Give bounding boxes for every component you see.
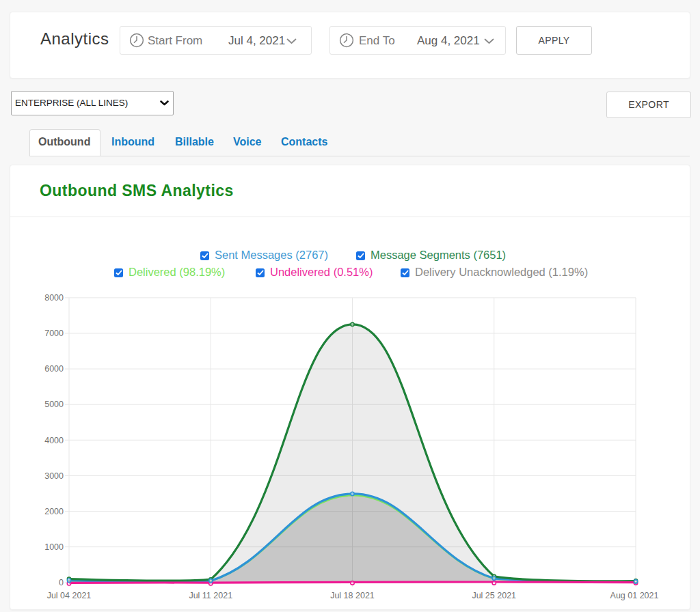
svg-text:3000: 3000: [44, 471, 64, 481]
svg-text:5000: 5000: [44, 400, 64, 409]
svg-text:Jul 11 2021: Jul 11 2021: [189, 591, 232, 600]
svg-text:6000: 6000: [44, 364, 64, 374]
svg-text:Jul 18 2021: Jul 18 2021: [330, 591, 375, 600]
svg-text:4000: 4000: [44, 436, 64, 445]
svg-text:7000: 7000: [44, 329, 64, 338]
svg-text:0: 0: [59, 578, 64, 587]
svg-text:1000: 1000: [44, 542, 64, 552]
svg-text:8000: 8000: [44, 293, 64, 303]
svg-text:2000: 2000: [44, 507, 64, 516]
svg-text:Jul 04 2021: Jul 04 2021: [47, 591, 92, 600]
svg-text:Jul 25 2021: Jul 25 2021: [472, 591, 516, 600]
svg-text:Aug 01 2021: Aug 01 2021: [610, 591, 659, 600]
